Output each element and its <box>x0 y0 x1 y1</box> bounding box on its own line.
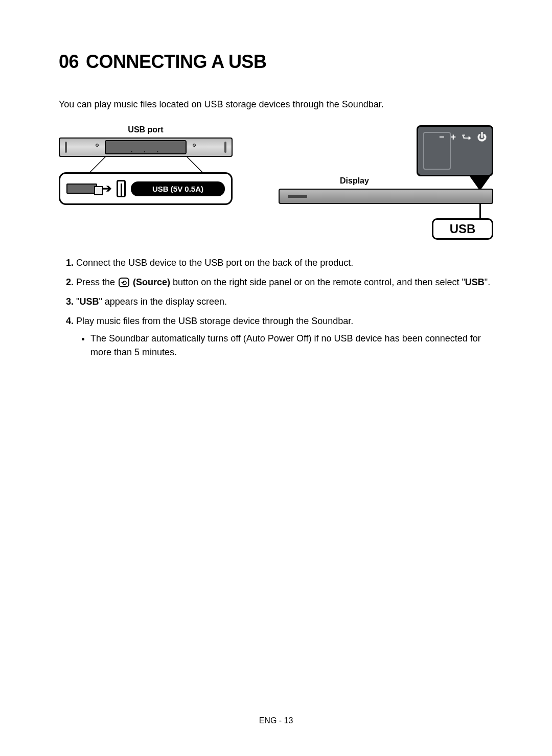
step-4-sub-1: The Soundbar automatically turns off (Au… <box>90 332 493 360</box>
arrow-right-icon: ➔ <box>102 182 111 195</box>
minus-icon: − <box>439 132 445 143</box>
step-4: Play music files from the USB storage de… <box>76 314 493 360</box>
soundbar-top-illustration: − + ⮑ ⏻ <box>417 125 493 176</box>
steps-list: Connect the USB device to the USB port o… <box>59 256 493 360</box>
usb-spec-badge: USB (5V 0.5A) <box>131 181 225 196</box>
connector-line <box>479 204 481 218</box>
heading-number: 06 <box>59 51 79 72</box>
usb-callout: ➔ USB (5V 0.5A) <box>59 172 233 205</box>
usb-display-badge: USB <box>432 218 493 240</box>
step-4-sublist: The Soundbar automatically turns off (Au… <box>76 332 493 360</box>
soundbar-back-illustration: • • • <box>59 138 233 157</box>
page-footer: ENG - 13 <box>0 716 552 725</box>
plus-icon: + <box>450 132 456 143</box>
source-icon <box>119 278 129 287</box>
diagram-left: USB port • • • ➔ USB (5V 0.5A) <box>59 125 233 205</box>
step-2: Press the (Source) button on the right s… <box>76 276 493 290</box>
diagram: USB port • • • ➔ USB (5V 0.5A) − <box>59 125 493 240</box>
usb-stick-icon <box>66 184 97 194</box>
source-control-icon: ⮑ <box>462 132 471 143</box>
heading-title: CONNECTING A USB <box>86 51 266 72</box>
display-label: Display <box>340 176 369 186</box>
step-1: Connect the USB device to the USB port o… <box>76 256 493 270</box>
usb-port-icon <box>117 180 126 197</box>
power-icon: ⏻ <box>477 132 487 143</box>
page-heading: 06CONNECTING A USB <box>59 51 493 73</box>
step-3: "USB" appears in the display screen. <box>76 295 493 309</box>
soundbar-front-illustration <box>279 189 493 204</box>
usb-port-label: USB port <box>59 125 233 134</box>
diagram-right: − + ⮑ ⏻ Display USB <box>279 125 493 240</box>
intro-text: You can play music files located on USB … <box>59 99 493 110</box>
